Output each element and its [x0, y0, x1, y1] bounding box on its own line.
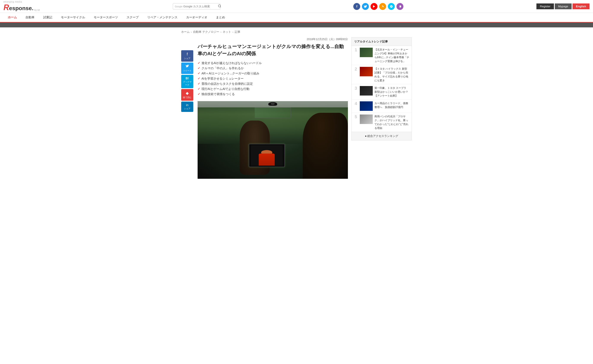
- nav-scoop[interactable]: スクープ: [122, 13, 143, 22]
- list-item: ✓現行AIとゲームAIでより自然な行動: [198, 86, 348, 92]
- nav-motorcycle[interactable]: モーターサイクル: [57, 13, 89, 22]
- article-content: 2018年12月25日（火）09時00分 バーチャルヒューマンエージェントがクル…: [198, 37, 348, 179]
- breadcrumb-net[interactable]: ネット: [223, 30, 231, 34]
- breadcrumb-current: 記事: [235, 30, 240, 34]
- check-icon: ✓: [198, 82, 200, 85]
- main-nav: ホーム 自動車 試乗記 モーターサイクル モータースポーツ スクープ リペア・メ…: [0, 13, 593, 23]
- search-icon[interactable]: [218, 4, 221, 8]
- breadcrumb-tech[interactable]: 自動車 テクノロジー: [193, 30, 219, 34]
- in-car-screen: [249, 144, 285, 167]
- trend-list: 1 【北京オール・イン・チューニング14】車検が2年おきから6年に...テイン藤…: [351, 46, 411, 132]
- article-date: 2018年12月25日（火）09時00分: [198, 37, 348, 41]
- trend-title-text: リアルタイムトレンド記事: [354, 40, 388, 44]
- trend-text-1: 【北京オール・イン・チューニング14】車検が2年おきから6年に...テイン藤本専…: [374, 48, 410, 63]
- search-box[interactable]: Google: [173, 3, 220, 9]
- nav-home[interactable]: ホーム: [3, 13, 21, 23]
- trend-thumb-5: [360, 115, 373, 124]
- youtube-icon[interactable]: [371, 3, 377, 10]
- facebook-share-icon: f: [187, 52, 188, 57]
- trend-text-5: 商用バンの代名詞「プロサク」がハイブリッド化、乗ってわかった"じわじわ"と"売れ…: [374, 115, 410, 130]
- search-input[interactable]: [183, 5, 218, 8]
- check-icon: ✓: [198, 77, 200, 80]
- nav-cars[interactable]: 自動車: [21, 13, 39, 22]
- svg-point-0: [218, 5, 221, 7]
- list-item: ✓独自技術で表情をつくる: [198, 92, 348, 97]
- list-item: ✓普段の会話からタスクを自律的に設定: [198, 81, 348, 86]
- trend-thumb-4: [360, 101, 373, 111]
- nav-repair[interactable]: リペア・メンテナンス: [143, 13, 182, 22]
- camera: [268, 102, 277, 106]
- mypage-button[interactable]: Mypage: [555, 3, 572, 9]
- twitter-icon[interactable]: [362, 3, 369, 10]
- logo-esponse: esponse.: [9, 5, 34, 12]
- trend-item-4[interactable]: 4 カー用品のミラリード、債務整理へ 負債総額27億円: [351, 100, 411, 113]
- article-main-image: [198, 101, 348, 179]
- nav-test-drive[interactable]: 試乗記: [39, 13, 57, 22]
- trend-thumb-1: [360, 48, 373, 57]
- site-header: emerging media R esponse. by iid Google …: [0, 0, 593, 13]
- share-hatena-label: ブックマーク: [182, 80, 192, 86]
- breadcrumb-sep-2: ›: [221, 30, 221, 34]
- right-sidebar: リアルタイムトレンド記事 1 【北京オール・イン・チューニング14】車検が2年お…: [351, 37, 412, 179]
- list-item: ✓AIを学習させるシミュレーター: [198, 76, 348, 81]
- trend-title: リアルタイムトレンド記事: [351, 38, 411, 46]
- breadcrumb-sep-3: ›: [232, 30, 233, 34]
- hatena-share-icon: B!: [186, 77, 189, 80]
- trend-num-4: 4: [354, 101, 358, 106]
- logo-area: emerging media R esponse. by iid: [3, 1, 40, 12]
- rss-icon[interactable]: [379, 3, 386, 10]
- trend-thumb-3: [360, 86, 373, 96]
- check-icon: ✓: [198, 61, 200, 65]
- breadcrumb-home[interactable]: ホーム: [181, 30, 190, 34]
- list-item: ✓クルマの「中の人」を作れるか: [198, 66, 348, 71]
- trend-item-3[interactable]: 3 第一印象、トヨタ スープラ 新型はかっこいいか悪いか？【アンケート結果】: [351, 84, 411, 100]
- trend-item-1[interactable]: 1 【北京オール・イン・チューニング14】車検が2年おきから6年に...テイン藤…: [351, 46, 411, 65]
- trend-item-5[interactable]: 5 商用バンの代名詞「プロサク」がハイブリッド化、乗ってわかった"じわじわ"と"…: [351, 113, 411, 132]
- share-facebook-label: シェア: [184, 57, 190, 60]
- nav-audio[interactable]: カーオーディオ: [182, 13, 212, 22]
- list-item: ✓進化するAIが越えなければならないハードル: [198, 61, 348, 66]
- share-hatena-button[interactable]: B! ブックマーク: [181, 75, 193, 88]
- trend-num-1: 1: [354, 48, 358, 52]
- twitter-share-icon: [186, 64, 189, 69]
- check-icon: ✓: [198, 87, 200, 91]
- logo-tagline: emerging media: [3, 1, 40, 3]
- facebook-icon[interactable]: f: [353, 3, 360, 10]
- sub-banner: [0, 23, 593, 27]
- share-pocket-button[interactable]: ◆ 後で読む: [181, 89, 193, 101]
- svg-marker-2: [373, 5, 375, 8]
- share-facebook-button[interactable]: f シェア: [181, 50, 193, 62]
- trend-text-2: 【トヨタ ハイラックス 新型試乗】「プロ仕様」だから売れる、サイズ忘れる乗り心地…: [374, 67, 410, 82]
- share-linkedin-label: シェア: [184, 107, 190, 110]
- share-linkedin-button[interactable]: in シェア: [181, 102, 193, 112]
- check-icon: ✓: [198, 66, 200, 70]
- social-sidebar: f シェア ツイート B! ブックマーク ◆ 後で読む in シェア: [181, 50, 194, 179]
- social-icons-header: f: [353, 3, 403, 10]
- alexa-icon[interactable]: [388, 3, 395, 10]
- header-buttons: Register Mypage English: [536, 3, 590, 9]
- list-item: ✓AR＋AIエージェント...クーガーの取り組み: [198, 71, 348, 76]
- trend-num-2: 2: [354, 67, 358, 71]
- nav-matome[interactable]: まとめ: [212, 13, 229, 22]
- register-button[interactable]: Register: [536, 3, 554, 9]
- check-icon: ✓: [198, 92, 200, 96]
- podcast-icon[interactable]: [397, 3, 403, 10]
- linkedin-share-icon: in: [186, 103, 189, 107]
- logo-r: R: [3, 3, 9, 12]
- svg-line-1: [220, 7, 221, 7]
- english-button[interactable]: English: [573, 3, 590, 9]
- trend-item-2[interactable]: 2 【トヨタ ハイラックス 新型試乗】「プロ仕様」だから売れる、サイズ忘れる乗り…: [351, 65, 411, 84]
- trend-section: リアルタイムトレンド記事 1 【北京オール・イン・チューニング14】車検が2年お…: [351, 37, 412, 140]
- trend-num-5: 5: [354, 115, 358, 119]
- google-label: Google: [175, 5, 182, 8]
- share-twitter-label: ツイート: [183, 69, 192, 72]
- pocket-share-icon: ◆: [186, 91, 189, 96]
- logo-byiid: by iid: [34, 9, 40, 11]
- check-icon: ✓: [198, 72, 200, 75]
- ranking-button[interactable]: ● 総合アクセスランキング: [351, 132, 411, 140]
- site-logo[interactable]: emerging media R esponse. by iid: [3, 1, 40, 12]
- share-pocket-label: 後で読む: [183, 96, 192, 99]
- trend-text-3: 第一印象、トヨタ スープラ 新型はかっこいいか悪いか？【アンケート結果】: [374, 86, 410, 98]
- share-twitter-button[interactable]: ツイート: [181, 63, 193, 74]
- nav-motorsports[interactable]: モータースポーツ: [89, 13, 122, 22]
